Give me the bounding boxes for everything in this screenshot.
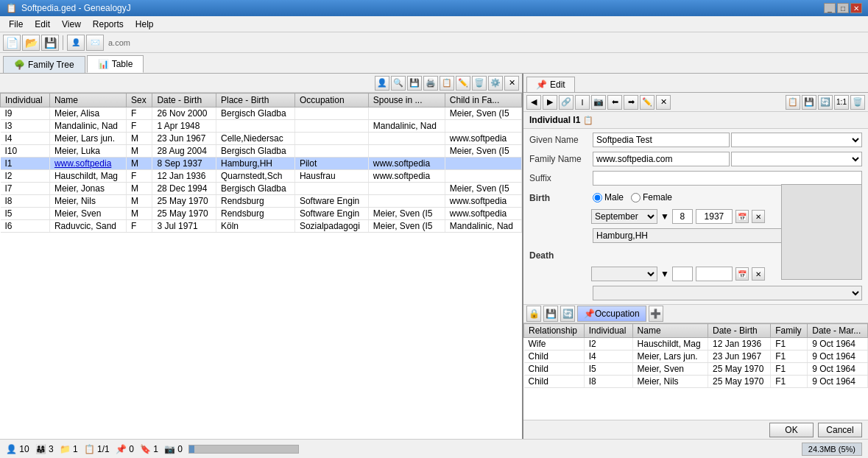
rel-col-relationship[interactable]: Relationship [524, 324, 585, 338]
rel-col-family[interactable]: Family [771, 324, 808, 338]
relationship-table[interactable]: Relationship Individual Name Date - Birt… [523, 323, 868, 420]
nav-info-btn[interactable]: I [575, 95, 590, 110]
cell-name[interactable]: Hauschildt, Mag [49, 170, 126, 183]
table-copy-btn[interactable]: 📋 [440, 76, 454, 91]
table-close-btn[interactable]: ✕ [504, 76, 519, 91]
col-individual[interactable]: Individual [1, 94, 50, 108]
table-print-btn[interactable]: 🖨️ [423, 76, 438, 91]
rel-table-row[interactable]: Child I8 Meier, Nils 25 May 1970 F1 9 Oc… [524, 376, 868, 388]
table-row[interactable]: I1 www.softpedia M 8 Sep 1937 Hamburg,HH… [1, 158, 522, 170]
title-controls[interactable]: _ □ ✕ [824, 3, 862, 13]
table-search-btn[interactable]: 🔍 [391, 76, 406, 91]
cancel-button[interactable]: Cancel [818, 423, 862, 437]
death-month-select[interactable] [591, 267, 657, 281]
col-spouse[interactable]: Spouse in ... [368, 94, 445, 108]
cell-name[interactable]: www.softpedia [49, 158, 126, 170]
birth-month-select[interactable]: September [591, 209, 657, 224]
birth-clear-btn[interactable]: ✕ [752, 210, 765, 223]
tab-family-tree[interactable]: 🌳 Family Tree [3, 56, 85, 73]
edit-tab-edit[interactable]: 📌 Edit [526, 77, 575, 92]
rel-col-individual[interactable]: Individual [584, 324, 632, 338]
death-day-input[interactable] [672, 267, 693, 281]
col-sex[interactable]: Sex [127, 94, 152, 108]
nav-close-btn[interactable]: ✕ [656, 95, 671, 110]
nav-fwd-btn[interactable]: ➡ [624, 95, 638, 110]
cell-name[interactable]: Meier, Nils [49, 195, 126, 208]
table-row[interactable]: I9 Meier, Alisa F 26 Nov 2000 Bergisch G… [1, 108, 522, 120]
nav-link-btn[interactable]: 🔗 [559, 95, 574, 110]
col-date-birth[interactable]: Date - Birth [152, 94, 216, 108]
cell-name[interactable]: Meier, Sven [49, 208, 126, 220]
table-row[interactable]: I5 Meier, Sven M 25 May 1970 Rendsburg S… [1, 208, 522, 220]
table-row[interactable]: I3 Mandalinic, Nad F 1 Apr 1948 Mandalin… [1, 120, 522, 133]
bottom-lock-icon[interactable]: 🔒 [526, 306, 541, 322]
toolbar-new-btn[interactable]: 📄 [3, 35, 21, 51]
cell-name[interactable]: Mandalinic, Nad [49, 120, 126, 133]
col-name[interactable]: Name [49, 94, 126, 108]
action-add-btn[interactable]: 📋 [786, 95, 800, 110]
toolbar-open-btn[interactable]: 📂 [22, 35, 40, 51]
given-name-input[interactable] [593, 133, 730, 147]
table-row[interactable]: I6 Raduvcic, Sand F 3 Jul 1971 Köln Sozi… [1, 220, 522, 233]
bottom-add-icon[interactable]: ➕ [649, 306, 663, 322]
family-name-input[interactable] [593, 152, 730, 166]
death-year-input[interactable] [696, 267, 733, 281]
gender-female-radio[interactable] [631, 193, 641, 202]
maximize-button[interactable]: □ [837, 3, 849, 13]
tab-table[interactable]: 📊 Table [87, 55, 144, 73]
gender-female-label[interactable]: Female [631, 192, 672, 202]
nav-next-btn[interactable]: ▶ [543, 95, 557, 110]
toolbar-extra2-btn[interactable]: ✉️ [86, 35, 104, 51]
occupation-tab-btn[interactable]: 📌 Occupation [577, 306, 646, 322]
rel-col-date-mar[interactable]: Date - Mar... [808, 324, 868, 338]
death-calendar-btn[interactable]: 📅 [735, 267, 749, 281]
toolbar-extra1-btn[interactable]: 👤 [67, 35, 85, 51]
cell-name[interactable]: Meier, Luka [49, 145, 126, 158]
birth-year-input[interactable] [696, 209, 733, 224]
birth-calendar-btn[interactable]: 📅 [735, 210, 749, 223]
menu-help[interactable]: Help [130, 18, 160, 31]
nav-back-btn[interactable]: ⬅ [607, 95, 622, 110]
col-child[interactable]: Child in Fa... [445, 94, 521, 108]
death-place-select[interactable] [593, 286, 862, 300]
table-edit-btn[interactable]: ✏️ [456, 76, 470, 91]
toolbar-save-btn[interactable]: 💾 [41, 35, 59, 51]
data-table[interactable]: Individual Name Sex Date - Birth Place -… [0, 93, 522, 439]
bottom-reset-icon[interactable]: 🔄 [560, 306, 575, 322]
table-save-btn[interactable]: 💾 [407, 76, 422, 91]
rel-table-row[interactable]: Child I5 Meier, Sven 25 May 1970 F1 9 Oc… [524, 363, 868, 376]
col-occupation[interactable]: Occupation [294, 94, 368, 108]
menu-reports[interactable]: Reports [87, 18, 130, 31]
table-add-btn[interactable]: 👤 [375, 76, 389, 91]
action-save-btn[interactable]: 💾 [802, 95, 816, 110]
action-zoom-btn[interactable]: 1:1 [834, 95, 849, 110]
menu-view[interactable]: View [56, 18, 87, 31]
menu-edit[interactable]: Edit [29, 18, 56, 31]
cell-name[interactable]: Raduvcic, Sand [49, 220, 126, 233]
gender-male-radio[interactable] [593, 193, 602, 202]
close-button[interactable]: ✕ [850, 3, 862, 13]
action-reset-btn[interactable]: 🔄 [818, 95, 833, 110]
table-settings-btn[interactable]: ⚙️ [488, 76, 503, 91]
nav-edit-btn[interactable]: ✏️ [640, 95, 654, 110]
gender-male-label[interactable]: Male [593, 192, 624, 202]
action-delete-btn[interactable]: 🗑️ [850, 95, 865, 110]
death-clear-btn[interactable]: ✕ [752, 267, 765, 281]
given-name-select[interactable] [731, 133, 862, 147]
nav-prev-btn[interactable]: ◀ [526, 95, 541, 110]
ok-button[interactable]: OK [769, 423, 814, 437]
table-row[interactable]: I2 Hauschildt, Mag F 12 Jan 1936 Quarnst… [1, 170, 522, 183]
cell-name[interactable]: Meier, Alisa [49, 108, 126, 120]
col-place-birth[interactable]: Place - Birth [216, 94, 294, 108]
rel-table-row[interactable]: Child I4 Meier, Lars jun. 23 Jun 1967 F1… [524, 350, 868, 363]
table-row[interactable]: I10 Meier, Luka M 28 Aug 2004 Bergisch G… [1, 145, 522, 158]
cell-name[interactable]: Meier, Lars jun. [49, 133, 126, 145]
minimize-button[interactable]: _ [824, 3, 836, 13]
menu-file[interactable]: File [3, 18, 29, 31]
cell-name[interactable]: Meier, Jonas [49, 183, 126, 195]
bottom-save-icon[interactable]: 💾 [543, 306, 558, 322]
rel-table-row[interactable]: Wife I2 Hauschildt, Mag 12 Jan 1936 F1 9… [524, 338, 868, 350]
rel-col-date-birth[interactable]: Date - Birth [708, 324, 771, 338]
table-delete-btn[interactable]: 🗑️ [472, 76, 487, 91]
family-name-select[interactable] [731, 152, 862, 166]
